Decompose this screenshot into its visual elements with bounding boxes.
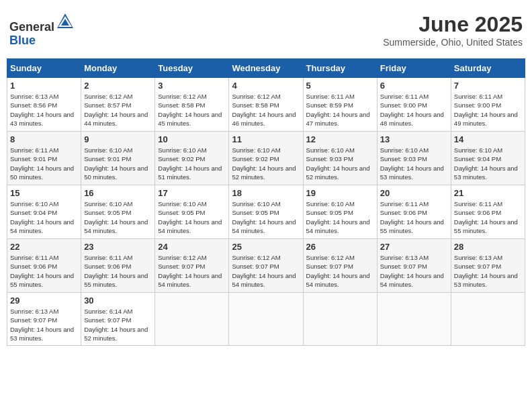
- day-info: Sunrise: 6:12 AMSunset: 9:07 PMDaylight:…: [158, 253, 226, 289]
- day-info: Sunrise: 6:10 AMSunset: 9:05 PMDaylight:…: [232, 199, 300, 235]
- table-cell: 17 Sunrise: 6:10 AMSunset: 9:05 PMDaylig…: [155, 185, 229, 239]
- day-info: Sunrise: 6:12 AMSunset: 9:07 PMDaylight:…: [306, 253, 374, 289]
- day-info: Sunrise: 6:11 AMSunset: 9:06 PMDaylight:…: [380, 199, 448, 235]
- table-cell: 22 Sunrise: 6:11 AMSunset: 9:06 PMDaylig…: [7, 239, 81, 293]
- title-section: June 2025 Summerside, Ohio, United State…: [383, 12, 523, 48]
- table-cell: [451, 293, 525, 346]
- day-number: 25: [232, 242, 300, 252]
- table-cell: 29 Sunrise: 6:13 AMSunset: 9:07 PMDaylig…: [7, 293, 81, 346]
- day-number: 4: [232, 81, 300, 91]
- day-number: 12: [306, 134, 374, 144]
- month-title: June 2025: [383, 12, 523, 37]
- day-info: Sunrise: 6:12 AMSunset: 9:07 PMDaylight:…: [232, 253, 300, 289]
- day-info: Sunrise: 6:13 AMSunset: 9:07 PMDaylight:…: [10, 307, 78, 342]
- table-cell: 18 Sunrise: 6:10 AMSunset: 9:05 PMDaylig…: [229, 185, 303, 239]
- day-info: Sunrise: 6:12 AMSunset: 8:58 PMDaylight:…: [232, 92, 300, 128]
- col-tuesday: Tuesday: [155, 59, 229, 78]
- day-info: Sunrise: 6:10 AMSunset: 9:05 PMDaylight:…: [158, 199, 226, 235]
- day-number: 28: [454, 242, 522, 252]
- day-info: Sunrise: 6:12 AMSunset: 8:57 PMDaylight:…: [84, 92, 152, 128]
- day-number: 8: [10, 134, 78, 144]
- table-cell: [303, 293, 377, 346]
- table-cell: 3 Sunrise: 6:12 AMSunset: 8:58 PMDayligh…: [155, 78, 229, 132]
- day-number: 14: [454, 134, 522, 144]
- day-number: 10: [158, 134, 226, 144]
- day-info: Sunrise: 6:10 AMSunset: 9:01 PMDaylight:…: [84, 146, 152, 181]
- day-number: 23: [84, 242, 152, 252]
- table-cell: 7 Sunrise: 6:11 AMSunset: 9:00 PMDayligh…: [451, 78, 525, 132]
- day-info: Sunrise: 6:13 AMSunset: 8:56 PMDaylight:…: [10, 92, 78, 128]
- day-number: 16: [84, 188, 152, 198]
- col-friday: Friday: [377, 59, 451, 78]
- col-wednesday: Wednesday: [229, 59, 303, 78]
- table-cell: 2 Sunrise: 6:12 AMSunset: 8:57 PMDayligh…: [81, 78, 155, 132]
- day-info: Sunrise: 6:13 AMSunset: 9:07 PMDaylight:…: [380, 253, 448, 289]
- table-cell: 30 Sunrise: 6:14 AMSunset: 9:07 PMDaylig…: [81, 293, 155, 346]
- day-number: 5: [306, 81, 374, 91]
- table-cell: 26 Sunrise: 6:12 AMSunset: 9:07 PMDaylig…: [303, 239, 377, 293]
- table-cell: 25 Sunrise: 6:12 AMSunset: 9:07 PMDaylig…: [229, 239, 303, 293]
- table-cell: [155, 293, 229, 346]
- day-number: 3: [158, 81, 226, 91]
- col-sunday: Sunday: [7, 59, 81, 78]
- day-info: Sunrise: 6:11 AMSunset: 9:00 PMDaylight:…: [454, 92, 522, 128]
- day-number: 20: [380, 188, 448, 198]
- day-info: Sunrise: 6:11 AMSunset: 9:00 PMDaylight:…: [380, 92, 448, 128]
- location: Summerside, Ohio, United States: [383, 37, 523, 48]
- table-cell: 21 Sunrise: 6:11 AMSunset: 9:06 PMDaylig…: [451, 185, 525, 239]
- table-cell: 6 Sunrise: 6:11 AMSunset: 9:00 PMDayligh…: [377, 78, 451, 132]
- table-cell: 27 Sunrise: 6:13 AMSunset: 9:07 PMDaylig…: [377, 239, 451, 293]
- table-cell: [377, 293, 451, 346]
- calendar-week-2: 8 Sunrise: 6:11 AMSunset: 9:01 PMDayligh…: [7, 132, 525, 185]
- table-cell: 13 Sunrise: 6:10 AMSunset: 9:03 PMDaylig…: [377, 132, 451, 185]
- day-info: Sunrise: 6:10 AMSunset: 9:02 PMDaylight:…: [232, 146, 300, 181]
- day-number: 24: [158, 242, 226, 252]
- table-cell: [229, 293, 303, 346]
- col-monday: Monday: [81, 59, 155, 78]
- table-cell: 16 Sunrise: 6:10 AMSunset: 9:05 PMDaylig…: [81, 185, 155, 239]
- day-info: Sunrise: 6:11 AMSunset: 9:06 PMDaylight:…: [10, 253, 78, 289]
- day-number: 7: [454, 81, 522, 91]
- calendar-header-row: Sunday Monday Tuesday Wednesday Thursday…: [7, 59, 525, 78]
- calendar-week-1: 1 Sunrise: 6:13 AMSunset: 8:56 PMDayligh…: [7, 78, 525, 132]
- day-number: 21: [454, 188, 522, 198]
- table-cell: 11 Sunrise: 6:10 AMSunset: 9:02 PMDaylig…: [229, 132, 303, 185]
- day-number: 30: [84, 295, 152, 306]
- day-number: 18: [232, 188, 300, 198]
- day-info: Sunrise: 6:13 AMSunset: 9:07 PMDaylight:…: [454, 253, 522, 289]
- logo: General Blue: [9, 12, 75, 48]
- table-cell: 10 Sunrise: 6:10 AMSunset: 9:02 PMDaylig…: [155, 132, 229, 185]
- table-cell: 24 Sunrise: 6:12 AMSunset: 9:07 PMDaylig…: [155, 239, 229, 293]
- logo-icon: [56, 12, 75, 31]
- day-number: 29: [10, 295, 78, 306]
- day-info: Sunrise: 6:12 AMSunset: 8:58 PMDaylight:…: [158, 92, 226, 128]
- logo-general: General: [9, 20, 54, 34]
- day-number: 1: [10, 81, 78, 91]
- day-number: 13: [380, 134, 448, 144]
- page-header: General Blue June 2025 Summerside, Ohio,…: [7, 7, 525, 53]
- day-number: 17: [158, 188, 226, 198]
- day-number: 6: [380, 81, 448, 91]
- day-number: 27: [380, 242, 448, 252]
- table-cell: 23 Sunrise: 6:11 AMSunset: 9:06 PMDaylig…: [81, 239, 155, 293]
- table-cell: 19 Sunrise: 6:10 AMSunset: 9:05 PMDaylig…: [303, 185, 377, 239]
- day-info: Sunrise: 6:10 AMSunset: 9:03 PMDaylight:…: [306, 146, 374, 181]
- day-number: 2: [84, 81, 152, 91]
- table-cell: 9 Sunrise: 6:10 AMSunset: 9:01 PMDayligh…: [81, 132, 155, 185]
- calendar-table: Sunday Monday Tuesday Wednesday Thursday…: [7, 58, 525, 346]
- table-cell: 4 Sunrise: 6:12 AMSunset: 8:58 PMDayligh…: [229, 78, 303, 132]
- calendar-week-4: 22 Sunrise: 6:11 AMSunset: 9:06 PMDaylig…: [7, 239, 525, 293]
- day-info: Sunrise: 6:10 AMSunset: 9:05 PMDaylight:…: [84, 199, 152, 235]
- table-cell: 1 Sunrise: 6:13 AMSunset: 8:56 PMDayligh…: [7, 78, 81, 132]
- table-cell: 14 Sunrise: 6:10 AMSunset: 9:04 PMDaylig…: [451, 132, 525, 185]
- calendar-week-5: 29 Sunrise: 6:13 AMSunset: 9:07 PMDaylig…: [7, 293, 525, 346]
- table-cell: 20 Sunrise: 6:11 AMSunset: 9:06 PMDaylig…: [377, 185, 451, 239]
- day-info: Sunrise: 6:11 AMSunset: 8:59 PMDaylight:…: [306, 92, 374, 128]
- day-number: 11: [232, 134, 300, 144]
- day-info: Sunrise: 6:11 AMSunset: 9:01 PMDaylight:…: [10, 146, 78, 181]
- day-number: 22: [10, 242, 78, 252]
- day-number: 15: [10, 188, 78, 198]
- day-info: Sunrise: 6:10 AMSunset: 9:05 PMDaylight:…: [306, 199, 374, 235]
- calendar-week-3: 15 Sunrise: 6:10 AMSunset: 9:04 PMDaylig…: [7, 185, 525, 239]
- table-cell: 15 Sunrise: 6:10 AMSunset: 9:04 PMDaylig…: [7, 185, 81, 239]
